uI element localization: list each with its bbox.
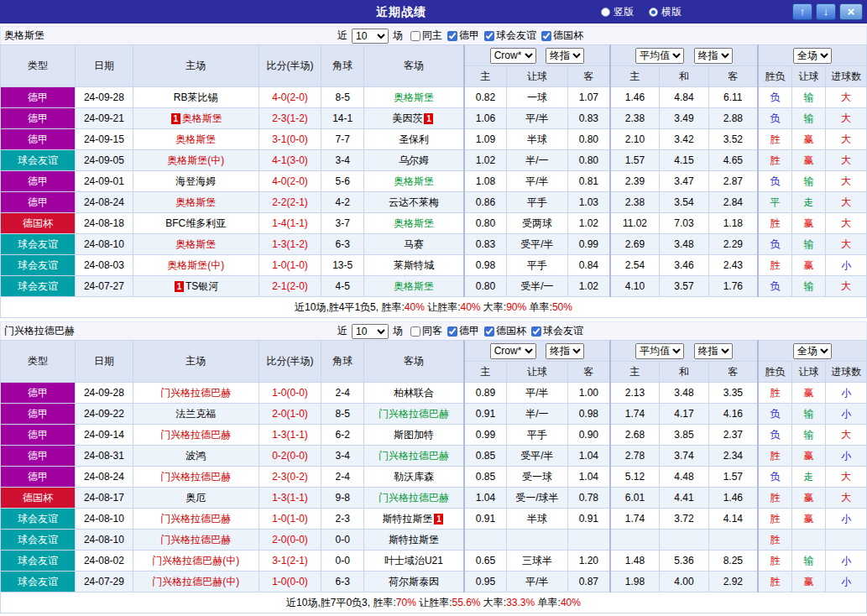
scope-select[interactable]: 全场 — [793, 343, 832, 359]
vertical-radio[interactable] — [601, 8, 610, 17]
col-away: 客场 — [364, 341, 464, 383]
average-select[interactable]: 平均值 — [635, 48, 684, 64]
handicap-line: 平手 — [506, 425, 567, 446]
same-venue-checkbox[interactable] — [410, 326, 420, 337]
wdl-result: 平 — [758, 192, 791, 213]
scope-select[interactable]: 全场 — [793, 48, 832, 64]
match-row: 德甲24-09-211奥格斯堡2-3(1-2)14-1美因茨11.06平/半0.… — [1, 108, 867, 129]
corner-cell: 0-0 — [321, 530, 364, 551]
league-badge: 德甲 — [1, 108, 76, 129]
score-cell: 1-0(1-0) — [259, 255, 321, 276]
wdl-result: 胜 — [758, 488, 791, 509]
euro-away-odds: 1.76 — [708, 276, 758, 297]
match-row: 球会友谊24-07-271TS银河2-1(2-0)4-5奥格斯堡0.80受半/一… — [1, 276, 867, 297]
close-button[interactable]: × — [839, 3, 863, 20]
match-row: 德国杯24-08-17奥厄1-3(1-1)9-8门兴格拉德巴赫1.04受一/球半… — [1, 488, 867, 509]
corner-cell: 8-5 — [321, 87, 364, 108]
league-filter-friendly[interactable]: 球会友谊 — [484, 29, 536, 43]
goals-result: 小 — [826, 551, 867, 572]
home-team-cell: 1TS银河 — [133, 276, 259, 297]
cup-checkbox[interactable] — [484, 326, 494, 337]
handicap-result: 赢 — [791, 255, 825, 276]
league-filter-bundesliga[interactable]: 德甲 — [447, 324, 479, 338]
team-name-text: BFC维多利亚 — [165, 217, 226, 229]
match-row: 球会友谊24-08-10门兴格拉德巴赫2-0(0-0)0-0斯特拉斯堡胜 — [1, 530, 867, 551]
handicap-away-odds: 0.84 — [567, 255, 610, 276]
friendly-checkbox[interactable] — [531, 326, 541, 337]
average-select[interactable]: 平均值 — [635, 343, 684, 359]
match-row: 德甲24-08-24奥格斯堡2-2(2-1)4-2云达不莱梅0.86平手1.03… — [1, 192, 867, 213]
summary-segment: 40% — [561, 597, 581, 608]
team-name-text: 门兴格拉德巴赫 — [379, 492, 449, 504]
handicap-home-odds: 0.65 — [464, 551, 507, 572]
handicap-away-odds: 0.87 — [567, 572, 610, 593]
handicap-line: 平/半 — [506, 108, 567, 129]
layout-horizontal-option[interactable]: 横版 — [649, 5, 682, 19]
horizontal-radio[interactable] — [649, 8, 658, 17]
euro-odds-header: 平均值 终指 — [610, 341, 758, 362]
league-badge: 德甲 — [1, 425, 76, 446]
scroll-up-button[interactable]: ↑ — [792, 3, 812, 20]
handicap-result: 赢 — [791, 572, 825, 593]
match-date: 24-08-02 — [76, 551, 133, 572]
euro-draw-odds: 4.15 — [660, 150, 709, 171]
euro-draw-odds — [660, 530, 709, 551]
euro-home-odds: 2.38 — [610, 192, 660, 213]
match-row: 德甲24-09-14门兴格拉德巴赫1-3(1-1)6-2斯图加特0.99平手0.… — [1, 425, 867, 446]
cup-checkbox[interactable] — [541, 31, 551, 41]
up-arrow-icon: ↑ — [800, 5, 806, 18]
section-header: 门兴格拉德巴赫 近 10 场 同客 德甲 德国杯 球会友谊 — [0, 321, 867, 340]
handicap-final-select[interactable]: 终指 — [546, 343, 584, 359]
league-badge: 德甲 — [1, 446, 76, 467]
layout-vertical-option[interactable]: 竖版 — [601, 5, 634, 19]
score-cell: 2-3(0-2) — [259, 467, 321, 488]
home-team-cell: BFC维多利亚 — [133, 213, 259, 234]
home-team-cell: 门兴格拉德巴赫 — [133, 425, 259, 446]
league-filter-cup[interactable]: 德国杯 — [484, 324, 526, 338]
col-handicap-line: 让球 — [506, 362, 567, 383]
near-label: 近 — [337, 29, 347, 43]
scroll-down-button[interactable]: ↓ — [816, 3, 836, 20]
bookmaker-select[interactable]: Crow* — [490, 343, 536, 359]
away-team-cell: 门兴格拉德巴赫 — [364, 404, 464, 425]
team-name-text: 乌尔姆 — [399, 154, 429, 166]
away-team-section: 门兴格拉德巴赫 近 10 场 同客 德甲 德国杯 球会友谊 — [0, 321, 867, 613]
bookmaker-select[interactable]: Crow* — [490, 48, 536, 64]
euro-home-odds: 1.48 — [610, 551, 660, 572]
match-row: 球会友谊24-08-10奥格斯堡1-3(1-2)6-3马赛0.83受平/半0.9… — [1, 234, 867, 255]
home-team-cell: 门兴格拉德巴赫(中) — [133, 551, 259, 572]
summary-segment: 70% — [396, 597, 416, 608]
team-name-text: 门兴格拉德巴赫 — [160, 387, 231, 399]
score-cell: 1-0(0-0) — [259, 383, 321, 404]
recent-count-select[interactable]: 10 — [352, 29, 389, 44]
col-euro-home: 主 — [610, 66, 660, 87]
corner-cell: 9-8 — [321, 488, 364, 509]
same-venue-filter[interactable]: 同主 — [410, 29, 442, 43]
same-venue-checkbox[interactable] — [410, 31, 420, 41]
same-venue-filter[interactable]: 同客 — [410, 324, 442, 338]
col-type: 类型 — [1, 341, 76, 383]
wdl-result: 负 — [758, 108, 791, 129]
euro-draw-odds: 3.57 — [660, 276, 709, 297]
euro-final-select[interactable]: 终指 — [694, 343, 733, 359]
bundesliga-checkbox[interactable] — [447, 31, 457, 41]
col-handicap-away: 客 — [567, 66, 610, 87]
league-badge: 球会友谊 — [1, 551, 76, 572]
euro-home-odds: 2.39 — [610, 171, 660, 192]
handicap-line: 一球 — [506, 87, 567, 108]
recent-count-select[interactable]: 10 — [352, 324, 389, 339]
euro-home-odds: 1.57 — [610, 150, 660, 171]
goals-result: 大 — [826, 234, 867, 255]
league-filter-bundesliga[interactable]: 德甲 — [447, 29, 479, 43]
bundesliga-checkbox[interactable] — [447, 326, 457, 337]
league-filter-friendly[interactable]: 球会友谊 — [531, 324, 583, 338]
match-date: 24-07-27 — [76, 276, 133, 297]
euro-final-select[interactable]: 终指 — [694, 48, 733, 64]
col-score: 比分(半场) — [259, 45, 321, 87]
handicap-final-select[interactable]: 终指 — [546, 48, 584, 64]
handicap-result — [791, 530, 825, 551]
league-filter-cup[interactable]: 德国杯 — [541, 29, 583, 43]
friendly-checkbox[interactable] — [484, 31, 494, 41]
home-team-cell: 奥格斯堡(中) — [133, 255, 259, 276]
handicap-away-odds: 0.78 — [567, 488, 610, 509]
